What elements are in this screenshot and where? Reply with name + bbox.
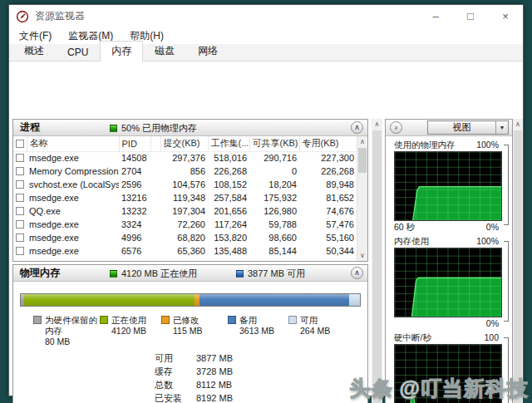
row-checkbox[interactable] (16, 154, 24, 162)
right-region-scrollbar[interactable]: ∧ ∨ (513, 119, 523, 403)
row-checkbox-cell[interactable] (13, 151, 27, 165)
stats-row: 可用3877 MB (155, 351, 233, 365)
column-header-shareable[interactable]: 可共享(KB) (249, 136, 299, 151)
tab-磁盘[interactable]: 磁盘 (143, 41, 186, 61)
row-checkbox-cell[interactable] (13, 244, 27, 258)
row-checkbox[interactable] (16, 220, 24, 229)
column-header-working-set[interactable]: 工作集(... (208, 136, 249, 151)
row-checkbox[interactable] (16, 180, 24, 189)
scrollbar-thumb[interactable] (358, 148, 367, 173)
tab-概述[interactable]: 概述 (12, 41, 56, 61)
process-panel: 进程 50% 已用物理内存 ∧ 名称 PID 提交(KB) 工作集(... (12, 119, 368, 262)
chevron-down-icon[interactable]: ▼ (495, 121, 508, 134)
graphs-region: › 视图 ▼ 使用的物理内存100%60 秒0%内存使用100%0%硬中断/秒1… (385, 119, 513, 403)
legend-item-standby: 备用3613 MB (228, 315, 288, 347)
table-row[interactable]: svchost.exe (LocalSystemN...2596104,5761… (13, 178, 357, 191)
table-row[interactable]: msedge.exe332472,260117,26459,78857,476 (13, 218, 357, 231)
row-checkbox[interactable] (16, 233, 24, 242)
scroll-up-icon[interactable]: ∧ (513, 119, 523, 130)
memory-panel-title: 物理内存 (20, 266, 60, 280)
table-row[interactable]: msedge.exe13216119,348257,584175,93281,6… (13, 191, 357, 204)
legend-color-icon (288, 316, 297, 324)
process-commit: 65,360 (160, 244, 208, 258)
scrollbar-thumb[interactable] (514, 130, 522, 403)
scroll-up-icon[interactable]: ∧ (357, 136, 367, 147)
stats-row: 总数8112 MB (155, 378, 233, 391)
process-shareable: 126,980 (249, 204, 299, 218)
scale-bracket (504, 145, 509, 225)
column-header-spacer[interactable] (150, 136, 160, 151)
minimize-button[interactable]: – (418, 5, 453, 27)
select-all-checkbox[interactable] (16, 140, 24, 148)
resource-monitor-window: 资源监视器 – □ × 文件(F)监视器(M)帮助(H) 概述CPU内存磁盘网络… (8, 4, 524, 396)
select-all-checkbox-cell[interactable] (13, 136, 27, 151)
process-working-set: 257,584 (208, 191, 249, 204)
row-checkbox[interactable] (16, 247, 24, 255)
table-row[interactable]: QQ.exe13232197,304201,656126,98074,676 (13, 204, 357, 218)
scroll-up-icon[interactable]: ∧ (372, 119, 382, 130)
close-button[interactable]: × (488, 5, 523, 27)
process-name: msedge.exe (27, 151, 119, 165)
process-pid: 6576 (119, 244, 150, 258)
row-checkbox-cell[interactable] (13, 204, 27, 218)
column-header-commit[interactable]: 提交(KB) (160, 136, 208, 151)
table-header-row: 名称 PID 提交(KB) 工作集(... 可共享(KB) 专用(KB) (13, 136, 357, 151)
process-commit: 297,376 (160, 151, 208, 165)
column-header-name[interactable]: 名称 (27, 136, 119, 151)
row-checkbox-cell[interactable] (13, 165, 27, 178)
scrollbar-thumb[interactable] (372, 130, 382, 403)
view-button[interactable]: 视图 ▼ (427, 120, 509, 135)
table-row[interactable]: msedge.exe657665,360135,48885,14450,344 (13, 244, 357, 258)
table-row[interactable]: Memory Compression2704856226,2680226,268 (13, 165, 357, 178)
window-title: 资源监视器 (35, 9, 85, 23)
process-table-scrollbar[interactable]: ∧ ∨ (357, 136, 367, 261)
process-shareable: 175,932 (249, 191, 299, 204)
stats-value: 8192 MB (196, 393, 233, 403)
tab-CPU[interactable]: CPU (56, 43, 100, 61)
memory-bar (20, 293, 361, 307)
tab-bar: 概述CPU内存磁盘网络 (9, 44, 523, 61)
process-private: 81,652 (299, 191, 357, 204)
resource-monitor-icon (16, 10, 29, 23)
process-name: msedge.exe (27, 244, 119, 258)
stats-value: 8112 MB (196, 380, 232, 390)
collapse-process-panel-button[interactable]: ∧ (351, 121, 363, 134)
table-row[interactable]: msedge.exe499668,820153,82098,66055,160 (13, 231, 357, 244)
legend-label: 备用3613 MB (239, 315, 274, 347)
memory-in-use-status: 4120 MB 正在使用 (110, 265, 197, 282)
left-region-scrollbar[interactable]: ∧ ∨ (372, 119, 382, 403)
view-bar: › 视图 ▼ (386, 120, 512, 136)
row-checkbox-cell[interactable] (13, 191, 27, 204)
column-header-pid[interactable]: PID (119, 136, 150, 151)
row-checkbox-cell[interactable] (13, 178, 27, 191)
memory-bar-segment-standby (200, 294, 349, 306)
collapse-memory-panel-button[interactable]: ∧ (351, 267, 363, 279)
stats-label: 已安装 (155, 392, 196, 403)
maximize-button[interactable]: □ (453, 5, 488, 27)
process-working-set: 518,016 (208, 151, 249, 165)
memory-panel-header[interactable]: 物理内存 4120 MB 正在使用 3877 MB 可用 ∧ (13, 265, 367, 282)
row-checkbox-cell[interactable] (13, 231, 27, 244)
table-row[interactable]: msedge.exe14508297,376518,016290,716227,… (13, 151, 357, 165)
process-shareable: 290,716 (249, 151, 299, 165)
process-pid: 2704 (119, 165, 150, 178)
process-commit: 856 (160, 165, 208, 178)
stats-label: 总数 (155, 379, 196, 391)
row-checkbox[interactable] (16, 167, 24, 175)
memory-usage-icon (110, 125, 117, 132)
legend-label: 正在使用4120 MB (111, 315, 146, 347)
tab-内存[interactable]: 内存 (100, 41, 143, 61)
row-checkbox[interactable] (16, 207, 24, 215)
scroll-down-icon[interactable]: ∨ (357, 250, 367, 261)
graph-plot-area (394, 248, 502, 317)
expand-pane-button[interactable]: › (390, 121, 402, 134)
process-working-set: 135,488 (208, 244, 249, 258)
process-panel-header[interactable]: 进程 50% 已用物理内存 ∧ (13, 120, 367, 136)
column-header-private[interactable]: 专用(KB) (299, 136, 357, 151)
memory-legend: 为硬件保留的内存80 MB正在使用4120 MB已修改115 MB备用3613 … (33, 315, 347, 347)
process-commit: 72,260 (160, 218, 208, 231)
legend-label: 可用264 MB (300, 315, 330, 347)
row-checkbox[interactable] (16, 194, 24, 202)
row-checkbox-cell[interactable] (13, 218, 27, 231)
tab-网络[interactable]: 网络 (186, 41, 229, 61)
